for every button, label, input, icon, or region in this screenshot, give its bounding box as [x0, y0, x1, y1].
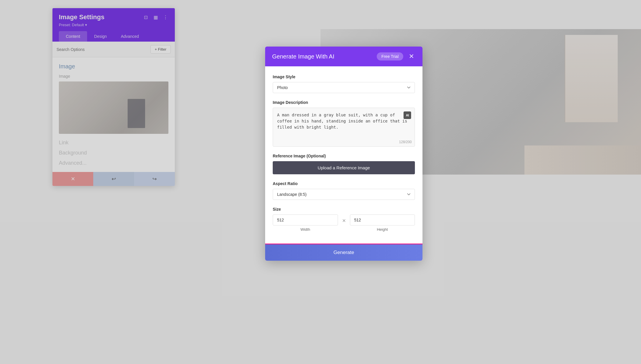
reference-image-group: Reference Image (Optional) Upload a Refe… [273, 154, 415, 174]
modal-footer: Generate [265, 244, 422, 261]
size-x-symbol: ✕ [342, 218, 346, 223]
modal-header-right: Free Trial ✕ [377, 52, 415, 61]
modal-close-button[interactable]: ✕ [407, 52, 415, 61]
aspect-ratio-label: Aspect Ratio [273, 181, 415, 186]
textarea-wrapper: A man dressed in a gray blue suit, with … [273, 108, 415, 147]
height-label: Height [377, 227, 388, 232]
width-group: Width [273, 214, 338, 232]
char-count: 128/200 [399, 140, 412, 144]
modal-title: Generate Image With AI [272, 53, 334, 60]
generate-button[interactable]: Generate [265, 244, 422, 261]
upload-reference-button[interactable]: Upload a Reference Image [273, 161, 415, 174]
image-description-label: Image Description [273, 100, 415, 105]
image-style-label: Image Style [273, 74, 415, 79]
modal-header: Generate Image With AI Free Trial ✕ [265, 47, 422, 66]
image-description-textarea[interactable]: A man dressed in a gray blue suit, with … [273, 108, 415, 137]
aspect-ratio-select[interactable]: Landscape (8:5) Portrait (5:8) Square (1… [273, 189, 415, 200]
aspect-ratio-group: Aspect Ratio Landscape (8:5) Portrait (5… [273, 181, 415, 200]
generate-image-modal: Generate Image With AI Free Trial ✕ Imag… [265, 47, 422, 261]
width-input[interactable] [273, 214, 338, 225]
size-group: Size Width ✕ Height [273, 207, 415, 232]
width-label: Width [300, 227, 310, 232]
size-label: Size [273, 207, 415, 212]
modal-body: Image Style Photo Illustration Painting … [265, 66, 422, 244]
image-style-group: Image Style Photo Illustration Painting [273, 74, 415, 93]
free-trial-badge[interactable]: Free Trial [377, 52, 403, 61]
image-style-select[interactable]: Photo Illustration Painting [273, 82, 415, 93]
textarea-footer: 128/200 [273, 138, 415, 146]
image-description-group: Image Description A man dressed in a gra… [273, 100, 415, 147]
ai-badge: AI [404, 111, 411, 119]
height-group: Height [350, 214, 415, 232]
size-row: Width ✕ Height [273, 214, 415, 232]
reference-image-label: Reference Image (Optional) [273, 154, 415, 158]
modal-overlay: Generate Image With AI Free Trial ✕ Imag… [0, 0, 641, 364]
height-input[interactable] [350, 214, 415, 225]
